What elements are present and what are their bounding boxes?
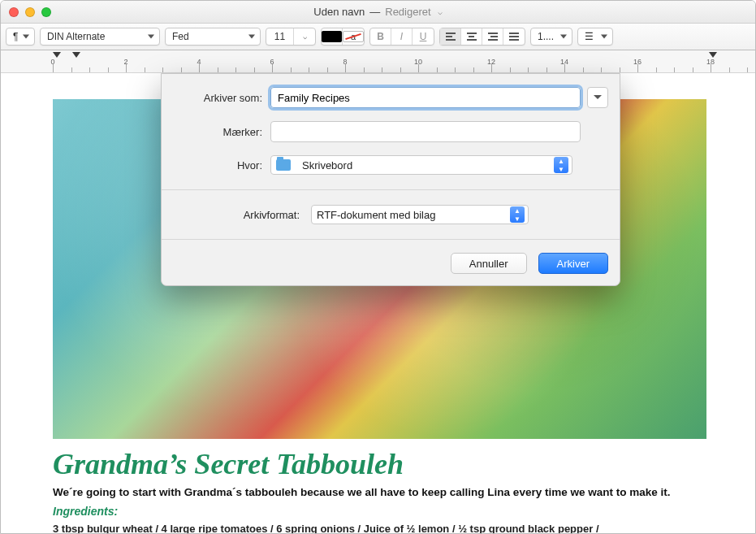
font-weight-value: Fed (172, 31, 189, 42)
font-family-combo[interactable]: DIN Alternate (40, 28, 160, 46)
chevron-down-icon (593, 93, 603, 102)
save-as-input[interactable] (270, 87, 581, 108)
ruler-number: 14 (560, 58, 568, 66)
align-center-icon (467, 33, 477, 41)
italic-icon: I (400, 31, 403, 42)
line-spacing-value: 1.... (538, 31, 554, 42)
document-headline[interactable]: Grandma’s Secret Tabbouleh (53, 447, 706, 481)
font-size-value[interactable]: 11 (266, 28, 294, 45)
window-title-text: Uden navn (313, 6, 365, 18)
zoom-window-button[interactable] (41, 7, 51, 17)
align-center-button[interactable] (461, 28, 482, 45)
window-edited-label: Redigeret (385, 6, 430, 18)
format-toolbar: ¶ DIN Alternate Fed 11 ⌵ a B I U 1.... ☰ (1, 24, 755, 50)
file-format-combo[interactable]: RTF-dokument med bilag ▲▼ (311, 205, 529, 224)
where-combo[interactable]: Skrivebord ▲▼ (270, 155, 572, 175)
titlebar: Uden navn — Redigeret ⌵ (1, 1, 755, 24)
close-window-button[interactable] (9, 7, 19, 17)
where-label: Hvor: (173, 159, 270, 171)
align-left-button[interactable] (440, 28, 461, 45)
font-size-control[interactable]: 11 ⌵ (266, 28, 316, 46)
ruler-number: 18 (706, 58, 715, 66)
text-style-group: B I U (369, 28, 434, 46)
align-justify-icon (509, 33, 519, 41)
align-justify-button[interactable] (503, 28, 525, 45)
save-button[interactable]: Arkiver (538, 253, 608, 274)
title-separator: — (369, 6, 380, 18)
alignment-group (439, 28, 525, 46)
text-color-button[interactable] (322, 28, 343, 45)
font-size-stepper[interactable]: ⌵ (294, 28, 315, 45)
paragraph-style-combo[interactable]: ¶ (6, 28, 35, 46)
window-controls (9, 7, 51, 17)
first-line-indent-marker[interactable] (53, 52, 61, 58)
format-stepper[interactable]: ▲▼ (510, 206, 525, 223)
ruler-number: 2 (123, 58, 127, 66)
ruler[interactable]: 024681012141618 (1, 50, 755, 73)
sheet-separator (162, 189, 620, 190)
document-paragraph[interactable]: We´re going to start with Grandma´s tabb… (53, 486, 706, 498)
chevron-down-icon[interactable]: ⌵ (438, 7, 443, 16)
align-right-icon (488, 33, 498, 41)
tags-label: Mærker: (173, 126, 270, 138)
list-style-icon: ☰ (585, 31, 594, 42)
font-family-value: DIN Alternate (47, 31, 105, 42)
tags-input[interactable] (270, 121, 581, 142)
ruler-number: 8 (343, 58, 347, 66)
folder-icon (276, 159, 291, 171)
cancel-button[interactable]: Annuller (451, 253, 527, 274)
color-controls: a (321, 28, 365, 46)
minimize-window-button[interactable] (25, 7, 35, 17)
italic-button[interactable]: I (391, 28, 413, 45)
right-indent-marker[interactable] (709, 52, 717, 58)
text-color-swatch (322, 31, 342, 42)
ruler-number: 4 (197, 58, 201, 66)
left-indent-marker[interactable] (72, 52, 80, 58)
font-weight-combo[interactable]: Fed (165, 28, 261, 46)
save-as-label: Arkiver som: (173, 92, 270, 104)
file-format-value: RTF-dokument med bilag (317, 209, 435, 221)
bold-button[interactable]: B (370, 28, 391, 45)
where-stepper[interactable]: ▲▼ (554, 157, 568, 173)
bold-icon: B (377, 31, 384, 42)
pilcrow-icon: ¶ (13, 31, 18, 42)
list-style-combo[interactable]: ☰ (577, 28, 613, 46)
align-left-icon (446, 33, 456, 41)
save-sheet: Arkiver som: Mærker: Hvor: Skrivebord ▲▼… (161, 73, 620, 286)
align-right-button[interactable] (482, 28, 503, 45)
ruler-number: 10 (414, 58, 422, 66)
highlight-color-button[interactable]: a (343, 28, 364, 45)
ingredients-line[interactable]: 3 tbsp bulgur wheat / 4 large ripe tomat… (53, 523, 706, 534)
sheet-separator-2 (162, 239, 620, 240)
ruler-number: 0 (50, 58, 54, 66)
underline-button[interactable]: U (413, 28, 434, 45)
sheet-button-row: Annuller Arkiver (162, 243, 620, 285)
underline-icon: U (420, 31, 427, 42)
expand-sheet-button[interactable] (587, 87, 608, 108)
ruler-number: 12 (487, 58, 495, 66)
ingredients-heading[interactable]: Ingredients: (53, 505, 706, 518)
ruler-number: 6 (270, 58, 274, 66)
highlight-none-icon: a (343, 31, 364, 42)
line-spacing-combo[interactable]: 1.... (530, 28, 572, 46)
format-label: Arkivformat: (173, 209, 308, 221)
window-title[interactable]: Uden navn — Redigeret ⌵ (313, 6, 442, 18)
ruler-number: 16 (633, 58, 642, 66)
where-value: Skrivebord (302, 159, 352, 171)
